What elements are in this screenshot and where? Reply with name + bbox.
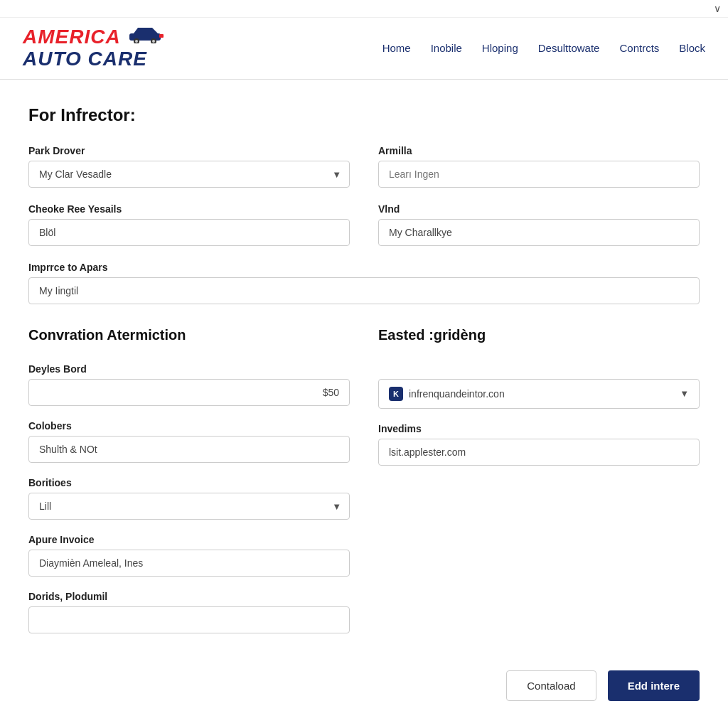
nav-item-home[interactable]: Home xyxy=(382,42,411,54)
field-imprrc-row: Imprrce to Apars xyxy=(28,262,700,304)
top-chevron-icon[interactable]: ∨ xyxy=(714,3,721,14)
field-boritioes-group: Boritioes Lill ▼ xyxy=(28,477,350,520)
field-dorids-group: Dorids, Plodumil xyxy=(28,591,350,633)
edd-intere-button[interactable]: Edd intere xyxy=(608,670,700,701)
field-armilla-col: Armilla xyxy=(378,145,700,188)
page-title: For Infrector: xyxy=(28,105,700,125)
k-icon: K xyxy=(389,387,403,401)
cheoke-input[interactable] xyxy=(28,219,350,246)
park-drover-select[interactable]: My Clar Vesadle xyxy=(28,161,350,188)
boritioes-select-wrapper: Lill ▼ xyxy=(28,493,350,520)
easted-dropdown[interactable]: K infrenquandeintor.con ▼ xyxy=(378,379,700,409)
top-chevron-bar: ∨ xyxy=(0,0,728,18)
logo-america: AMERICA xyxy=(23,26,121,48)
bottom-two-col: Deyles Bord Colobers Boritioes Lill ▼ xyxy=(28,363,700,648)
cheoke-label: Cheoke Ree Yesails xyxy=(28,203,350,215)
right-fields: K infrenquandeintor.con ▼ Invedims xyxy=(378,363,700,648)
park-drover-label: Park Drover xyxy=(28,145,350,156)
easted-dropdown-chevron-icon: ▼ xyxy=(680,388,689,399)
right-col: Easted :gridèng xyxy=(378,327,700,346)
field-vlnd-col: Vlnd xyxy=(378,203,700,246)
easted-dropdown-label xyxy=(378,363,700,375)
vlnd-input[interactable] xyxy=(378,219,700,246)
form-row-2: Cheoke Ree Yesails Vlnd xyxy=(28,203,700,246)
invedims-label: Invedims xyxy=(378,423,700,434)
nav-item-contrcts[interactable]: Contrcts xyxy=(619,42,659,54)
field-colobers-group: Colobers xyxy=(28,420,350,463)
apure-label: Apure Invoice xyxy=(28,534,350,545)
imprrc-input[interactable] xyxy=(28,277,700,304)
logo-america-line: AMERICA xyxy=(23,26,165,48)
footer-actions: Contaload Edd intere xyxy=(28,670,700,701)
field-cheoke-col: Cheoke Ree Yesails xyxy=(28,203,350,246)
invedims-input[interactable] xyxy=(378,439,700,466)
svg-rect-0 xyxy=(129,33,161,41)
logo-auto-care: AUTO CARE xyxy=(23,48,165,70)
logo-text: AMERICA AUTO CARE xyxy=(23,26,165,70)
easted-dropdown-text: infrenquandeintor.con xyxy=(409,388,674,400)
imprrc-label: Imprrce to Apars xyxy=(28,262,700,273)
main-content: For Infrector: Park Drover My Clar Vesad… xyxy=(0,80,728,728)
nav: Home Inobile Hloping Desulttowate Contrc… xyxy=(382,42,705,54)
field-easted-dropdown-group: K infrenquandeintor.con ▼ xyxy=(378,363,700,409)
vlnd-label: Vlnd xyxy=(378,203,700,215)
field-invedims-group: Invedims xyxy=(378,423,700,466)
nav-item-block[interactable]: Block xyxy=(679,42,705,54)
colobers-label: Colobers xyxy=(28,420,350,432)
left-fields: Deyles Bord Colobers Boritioes Lill ▼ xyxy=(28,363,350,648)
park-drover-select-wrapper: My Clar Vesadle ▼ xyxy=(28,161,350,188)
deyles-label: Deyles Bord xyxy=(28,363,350,375)
form-row-1: Park Drover My Clar Vesadle ▼ Armilla xyxy=(28,145,700,188)
boritioes-label: Boritioes xyxy=(28,477,350,488)
apure-input[interactable] xyxy=(28,550,350,577)
deyles-input[interactable] xyxy=(28,379,350,406)
field-deyles-group: Deyles Bord xyxy=(28,363,350,406)
svg-point-4 xyxy=(152,40,155,43)
two-col-section: Convration Atermiction Easted :gridèng xyxy=(28,327,700,346)
header: AMERICA AUTO CARE xyxy=(0,18,728,80)
field-apure-group: Apure Invoice xyxy=(28,534,350,577)
contaload-button[interactable]: Contaload xyxy=(506,670,596,701)
svg-point-2 xyxy=(135,40,138,43)
left-col: Convration Atermiction xyxy=(28,327,350,346)
section-divider: Convration Atermiction Easted :gridèng xyxy=(28,327,700,346)
dorids-label: Dorids, Plodumil xyxy=(28,591,350,602)
armilla-input[interactable] xyxy=(378,161,700,188)
boritioes-select[interactable]: Lill xyxy=(28,493,350,520)
dorids-input[interactable] xyxy=(28,606,350,633)
field-park-drover-col: Park Drover My Clar Vesadle ▼ xyxy=(28,145,350,188)
easted-title: Easted :gridèng xyxy=(378,327,700,343)
nav-item-desulttowate[interactable]: Desulttowate xyxy=(538,42,600,54)
armilla-label: Armilla xyxy=(378,145,700,156)
convration-title: Convration Atermiction xyxy=(28,327,350,343)
colobers-input[interactable] xyxy=(28,436,350,463)
logo-area: AMERICA AUTO CARE xyxy=(23,26,165,70)
svg-rect-5 xyxy=(159,34,164,38)
nav-item-inobile[interactable]: Inobile xyxy=(431,42,462,54)
logo-car-icon xyxy=(128,33,165,46)
nav-item-hloping[interactable]: Hloping xyxy=(482,42,518,54)
